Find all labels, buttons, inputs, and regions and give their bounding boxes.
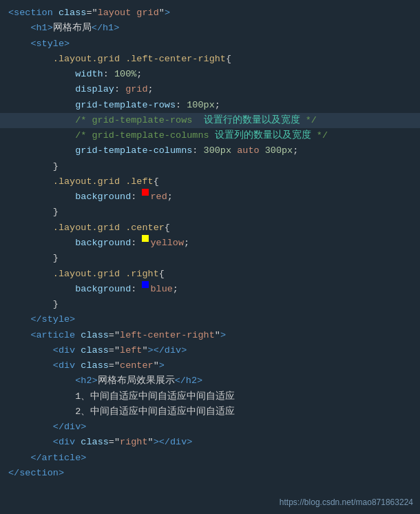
tag-open: <section	[8, 6, 59, 21]
code-line-10: grid-template-columns: 300px auto 300px;	[0, 143, 420, 158]
code-line-6: display: grid;	[0, 82, 420, 97]
code-line-26: 1、中间自适应中间自适应中间自适应	[0, 389, 420, 404]
code-line-3: <style>	[0, 37, 420, 52]
code-line-14: }	[0, 205, 420, 220]
code-line-30: </article>	[0, 451, 420, 466]
footer-url: https://blog.csdn.net/mao871863224	[280, 496, 413, 510]
code-line-20: }	[0, 297, 420, 312]
code-line-5: width: 100%;	[0, 67, 420, 82]
code-line-28: </div>	[0, 420, 420, 435]
code-line-1: <section class="layout grid">	[0, 6, 420, 21]
code-line-9: /* grid-template-columns 设置列的数量以及宽度 */	[0, 128, 420, 143]
code-line-7: grid-template-rows: 100px;	[0, 98, 420, 113]
code-line-19: background: blue;	[0, 282, 420, 297]
code-line-23: <div class="left"></div>	[0, 343, 420, 358]
code-line-31: </section>	[0, 466, 420, 481]
code-line-4: .layout.grid .left-center-right{	[0, 52, 420, 67]
code-line-18: .layout.grid .right{	[0, 267, 420, 282]
code-line-25: <h2>网格布局效果展示</h2>	[0, 373, 420, 389]
code-line-15: .layout.grid .center{	[0, 220, 420, 236]
color-swatch-blue	[142, 281, 149, 288]
code-line-29: <div class="right"></div>	[0, 435, 420, 450]
color-swatch-yellow	[142, 235, 149, 242]
color-swatch-red	[142, 189, 149, 196]
code-line-8: /* grid-template-rows 设置行的数量以及宽度 */	[0, 113, 420, 128]
code-editor: <section class="layout grid"> <h1>网格布局</…	[0, 0, 420, 514]
code-line-17: }	[0, 251, 420, 266]
code-line-2: <h1>网格布局</h1>	[0, 21, 420, 36]
code-line-24: <div class="center">	[0, 358, 420, 373]
code-line-22: <article class="left-center-right">	[0, 328, 420, 343]
code-line-21: </style>	[0, 312, 420, 327]
code-line-27: 2、中间自适应中间自适应中间自适应	[0, 404, 420, 420]
code-line-11: }	[0, 159, 420, 174]
code-line-12: .layout.grid .left{	[0, 174, 420, 189]
code-line-13: background: red;	[0, 189, 420, 205]
code-line-16: background: yellow;	[0, 236, 420, 251]
